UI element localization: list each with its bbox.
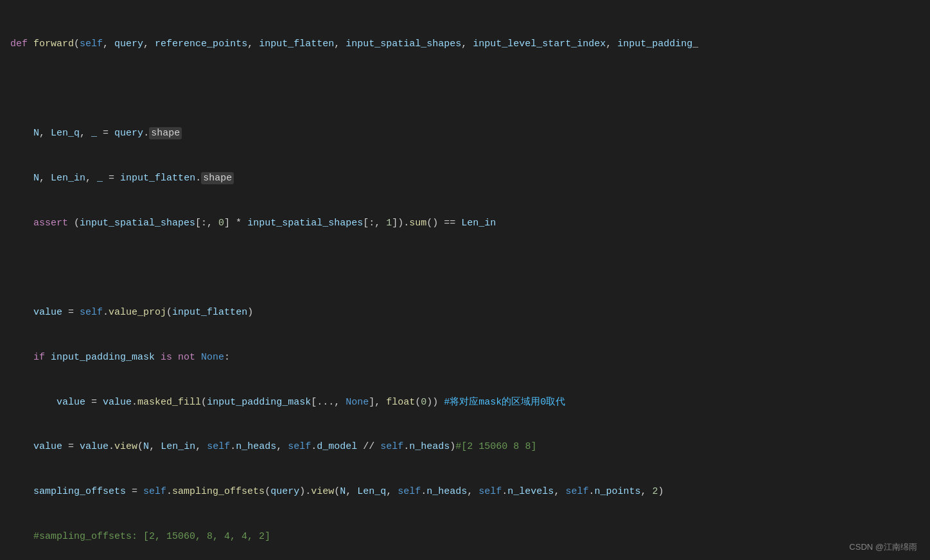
func-name: forward [33, 39, 74, 49]
line-blank1 [0, 81, 930, 96]
line-if-padding: if input_padding_mask is not None: [0, 350, 930, 365]
watermark: CSDN @江南绵雨 [849, 541, 917, 554]
line-blank2 [0, 260, 930, 275]
line-value-masked: value = value.masked_fill(input_padding_… [0, 395, 930, 410]
code-block: def forward(self, query, reference_point… [0, 0, 930, 560]
line-assert: assert (input_spatial_shapes[:, 0] * inp… [0, 216, 930, 231]
line-def: def forward(self, query, reference_point… [0, 37, 930, 51]
line-comment-sampling-offsets: #sampling_offsets: [2, 15060, 8, 4, 4, 2… [0, 529, 930, 544]
keyword-def: def [10, 39, 33, 49]
line-n-len-in: N, Len_in, _ = input_flatten.shape [0, 171, 930, 186]
line-value-proj: value = self.value_proj(input_flatten) [0, 305, 930, 320]
line-n-len-q: N, Len_q, _ = query.shape [0, 126, 930, 141]
line-sampling-offsets-assign: sampling_offsets = self.sampling_offsets… [0, 484, 930, 499]
line-value-view: value = value.view(N, Len_in, self.n_hea… [0, 439, 930, 454]
